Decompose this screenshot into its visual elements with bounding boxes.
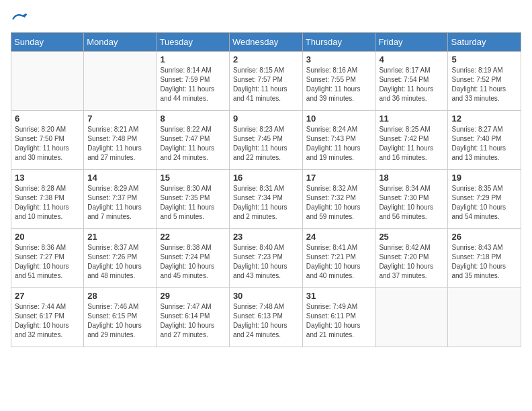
day-number: 20 [15, 232, 80, 242]
calendar-cell: 28Sunrise: 7:46 AM Sunset: 6:15 PM Dayli… [84, 288, 157, 347]
day-number: 6 [15, 113, 80, 124]
day-info: Sunrise: 8:34 AM Sunset: 7:30 PM Dayligh… [379, 184, 444, 222]
calendar-cell: 22Sunrise: 8:38 AM Sunset: 7:24 PM Dayli… [157, 229, 229, 288]
calendar-cell: 23Sunrise: 8:40 AM Sunset: 7:23 PM Dayli… [229, 229, 302, 288]
calendar-cell: 27Sunrise: 7:44 AM Sunset: 6:17 PM Dayli… [11, 288, 84, 347]
calendar-cell: 12Sunrise: 8:27 AM Sunset: 7:40 PM Dayli… [448, 111, 521, 170]
day-number: 29 [161, 291, 226, 301]
day-number: 11 [379, 113, 444, 124]
header-thursday: Thursday [302, 33, 375, 52]
calendar-cell: 17Sunrise: 8:32 AM Sunset: 7:32 PM Dayli… [302, 170, 375, 229]
calendar-cell [11, 52, 84, 111]
day-info: Sunrise: 8:25 AM Sunset: 7:42 PM Dayligh… [379, 125, 444, 163]
day-info: Sunrise: 8:20 AM Sunset: 7:50 PM Dayligh… [15, 125, 80, 163]
calendar-cell: 14Sunrise: 8:29 AM Sunset: 7:37 PM Dayli… [84, 170, 157, 229]
header-tuesday: Tuesday [157, 33, 229, 52]
day-number: 10 [306, 113, 372, 124]
day-number: 2 [233, 54, 299, 64]
day-info: Sunrise: 8:23 AM Sunset: 7:45 PM Dayligh… [233, 125, 299, 163]
calendar-cell [375, 288, 448, 347]
calendar-cell: 3Sunrise: 8:16 AM Sunset: 7:55 PM Daylig… [302, 52, 375, 111]
day-number: 18 [379, 173, 444, 183]
day-info: Sunrise: 7:47 AM Sunset: 6:14 PM Dayligh… [161, 302, 226, 340]
day-info: Sunrise: 8:27 AM Sunset: 7:40 PM Dayligh… [451, 125, 517, 163]
day-info: Sunrise: 8:43 AM Sunset: 7:18 PM Dayligh… [451, 243, 517, 281]
header-saturday: Saturday [448, 33, 521, 52]
day-info: Sunrise: 8:19 AM Sunset: 7:52 PM Dayligh… [451, 66, 517, 103]
calendar-cell: 8Sunrise: 8:22 AM Sunset: 7:47 PM Daylig… [157, 111, 229, 170]
calendar-cell: 19Sunrise: 8:35 AM Sunset: 7:29 PM Dayli… [448, 170, 521, 229]
calendar-cell: 16Sunrise: 8:31 AM Sunset: 7:34 PM Dayli… [229, 170, 302, 229]
day-info: Sunrise: 8:38 AM Sunset: 7:24 PM Dayligh… [161, 243, 226, 281]
day-number: 16 [233, 173, 299, 183]
day-number: 21 [87, 232, 152, 242]
calendar-cell: 18Sunrise: 8:34 AM Sunset: 7:30 PM Dayli… [375, 170, 448, 229]
day-number: 23 [233, 232, 299, 242]
day-info: Sunrise: 8:37 AM Sunset: 7:26 PM Dayligh… [87, 243, 152, 281]
day-info: Sunrise: 8:35 AM Sunset: 7:29 PM Dayligh… [451, 184, 517, 222]
calendar-cell: 9Sunrise: 8:23 AM Sunset: 7:45 PM Daylig… [229, 111, 302, 170]
day-info: Sunrise: 8:17 AM Sunset: 7:54 PM Dayligh… [379, 66, 444, 103]
calendar-cell: 1Sunrise: 8:14 AM Sunset: 7:59 PM Daylig… [157, 52, 229, 111]
day-number: 26 [451, 232, 517, 242]
day-number: 5 [451, 54, 517, 64]
day-info: Sunrise: 8:16 AM Sunset: 7:55 PM Dayligh… [306, 66, 372, 103]
day-number: 27 [15, 291, 80, 301]
calendar-header-row: SundayMondayTuesdayWednesdayThursdayFrid… [11, 33, 521, 52]
day-number: 17 [306, 173, 372, 183]
calendar-cell [448, 288, 521, 347]
calendar-cell: 6Sunrise: 8:20 AM Sunset: 7:50 PM Daylig… [11, 111, 84, 170]
day-number: 7 [87, 113, 152, 124]
header-sunday: Sunday [11, 33, 84, 52]
day-info: Sunrise: 8:29 AM Sunset: 7:37 PM Dayligh… [87, 184, 152, 222]
day-info: Sunrise: 8:30 AM Sunset: 7:35 PM Dayligh… [161, 184, 226, 222]
calendar-cell: 30Sunrise: 7:48 AM Sunset: 6:13 PM Dayli… [229, 288, 302, 347]
calendar-week-5: 27Sunrise: 7:44 AM Sunset: 6:17 PM Dayli… [11, 288, 521, 347]
calendar-cell: 4Sunrise: 8:17 AM Sunset: 7:54 PM Daylig… [375, 52, 448, 111]
day-info: Sunrise: 8:28 AM Sunset: 7:38 PM Dayligh… [15, 184, 80, 222]
day-info: Sunrise: 8:21 AM Sunset: 7:48 PM Dayligh… [87, 125, 152, 163]
calendar-week-1: 1Sunrise: 8:14 AM Sunset: 7:59 PM Daylig… [11, 52, 521, 111]
header-friday: Friday [375, 33, 448, 52]
day-number: 28 [87, 291, 152, 301]
day-number: 9 [233, 113, 299, 124]
calendar-cell: 11Sunrise: 8:25 AM Sunset: 7:42 PM Dayli… [375, 111, 448, 170]
header-monday: Monday [84, 33, 157, 52]
calendar-cell: 31Sunrise: 7:49 AM Sunset: 6:11 PM Dayli… [302, 288, 375, 347]
day-info: Sunrise: 8:40 AM Sunset: 7:23 PM Dayligh… [233, 243, 299, 281]
calendar-cell [84, 52, 157, 111]
day-info: Sunrise: 8:42 AM Sunset: 7:20 PM Dayligh… [379, 243, 444, 281]
day-info: Sunrise: 8:36 AM Sunset: 7:27 PM Dayligh… [15, 243, 80, 281]
calendar-cell: 2Sunrise: 8:15 AM Sunset: 7:57 PM Daylig… [229, 52, 302, 111]
calendar-table: SundayMondayTuesdayWednesdayThursdayFrid… [11, 32, 521, 347]
calendar-cell: 5Sunrise: 8:19 AM Sunset: 7:52 PM Daylig… [448, 52, 521, 111]
day-info: Sunrise: 8:24 AM Sunset: 7:43 PM Dayligh… [306, 125, 372, 163]
day-number: 4 [379, 54, 444, 64]
calendar-cell: 21Sunrise: 8:37 AM Sunset: 7:26 PM Dayli… [84, 229, 157, 288]
day-info: Sunrise: 8:14 AM Sunset: 7:59 PM Dayligh… [161, 66, 226, 103]
calendar-cell: 24Sunrise: 8:41 AM Sunset: 7:21 PM Dayli… [302, 229, 375, 288]
day-info: Sunrise: 7:44 AM Sunset: 6:17 PM Dayligh… [15, 302, 80, 340]
calendar-cell: 13Sunrise: 8:28 AM Sunset: 7:38 PM Dayli… [11, 170, 84, 229]
day-number: 31 [306, 291, 372, 301]
day-number: 1 [161, 54, 226, 64]
day-number: 8 [161, 113, 226, 124]
calendar-cell: 25Sunrise: 8:42 AM Sunset: 7:20 PM Dayli… [375, 229, 448, 288]
day-number: 24 [306, 232, 372, 242]
day-number: 12 [451, 113, 517, 124]
day-info: Sunrise: 8:15 AM Sunset: 7:57 PM Dayligh… [233, 66, 299, 103]
calendar-cell: 29Sunrise: 7:47 AM Sunset: 6:14 PM Dayli… [157, 288, 229, 347]
day-info: Sunrise: 7:46 AM Sunset: 6:15 PM Dayligh… [87, 302, 152, 340]
day-number: 30 [233, 291, 299, 301]
day-info: Sunrise: 8:22 AM Sunset: 7:47 PM Dayligh… [161, 125, 226, 163]
calendar-week-3: 13Sunrise: 8:28 AM Sunset: 7:38 PM Dayli… [11, 170, 521, 229]
calendar-week-4: 20Sunrise: 8:36 AM Sunset: 7:27 PM Dayli… [11, 229, 521, 288]
day-number: 25 [379, 232, 444, 242]
header-wednesday: Wednesday [229, 33, 302, 52]
calendar-cell: 20Sunrise: 8:36 AM Sunset: 7:27 PM Dayli… [11, 229, 84, 288]
day-info: Sunrise: 7:49 AM Sunset: 6:11 PM Dayligh… [306, 302, 372, 340]
day-info: Sunrise: 7:48 AM Sunset: 6:13 PM Dayligh… [233, 302, 299, 340]
calendar-cell: 26Sunrise: 8:43 AM Sunset: 7:18 PM Dayli… [448, 229, 521, 288]
day-number: 3 [306, 54, 372, 64]
day-info: Sunrise: 8:31 AM Sunset: 7:34 PM Dayligh… [233, 184, 299, 222]
